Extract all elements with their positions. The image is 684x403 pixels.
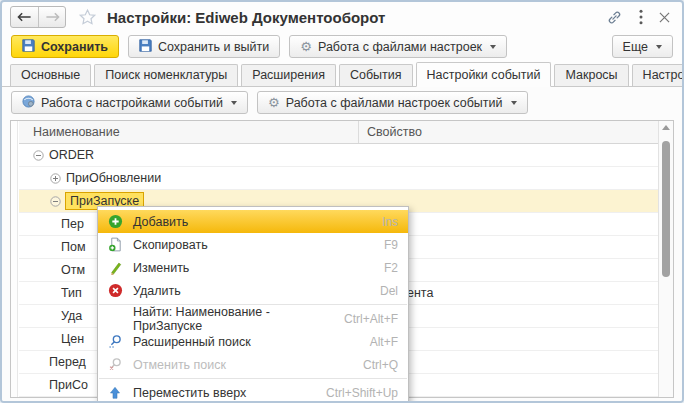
menu-item-find[interactable]: Найти: Наименование - ПриЗапуске Ctrl+Al…	[98, 307, 408, 330]
no-icon	[107, 311, 123, 327]
more-kebab-icon[interactable]	[639, 9, 643, 25]
table-gutter	[11, 121, 18, 397]
tab-strip: Основные Поиск номенклатуры Расширения С…	[2, 62, 682, 87]
event-settings-icon	[22, 95, 35, 111]
event-settings-files-menu-label: Работа с файлами настроек событий	[286, 96, 503, 110]
event-settings-menu-button[interactable]: Работа с настройками событий	[11, 91, 248, 114]
collapse-icon[interactable]	[33, 150, 44, 161]
tab-nastroyki-loga[interactable]: Настройки лога	[632, 64, 684, 86]
event-settings-menu-label: Работа с настройками событий	[41, 96, 223, 110]
event-settings-files-menu-button[interactable]: ⚙ Работа с файлами настроек событий	[257, 91, 527, 114]
row-label: Цен	[61, 332, 84, 346]
more-button-label: Еще	[623, 40, 648, 54]
settings-files-menu-button[interactable]: ⚙ Работа с файлами настроек	[289, 35, 507, 58]
chevron-down-icon	[511, 101, 517, 105]
property-value-fragment: ента	[407, 286, 433, 300]
menu-item-add[interactable]: Добавить Ins	[98, 210, 408, 233]
menu-separator	[99, 378, 407, 379]
tab-makrosy[interactable]: Макросы	[554, 64, 628, 86]
link-icon[interactable]	[606, 9, 623, 26]
advanced-search-icon	[107, 334, 123, 350]
tab-rasshireniya[interactable]: Расширения	[241, 64, 336, 86]
close-icon[interactable]	[659, 12, 670, 23]
back-icon	[17, 8, 32, 26]
chevron-down-icon	[231, 101, 237, 105]
delete-icon	[107, 283, 123, 299]
save-and-exit-label: Сохранить и выйти	[158, 40, 269, 54]
tab-nastroyki-sobytiy[interactable]: Настройки событий	[416, 62, 552, 87]
copy-icon	[107, 237, 123, 253]
column-header-name[interactable]: Наименование	[19, 125, 358, 139]
more-button[interactable]: Еще	[612, 35, 673, 58]
settings-window: Настройки: Ediweb Документооборот С	[0, 0, 684, 403]
tab-sobytiya[interactable]: События	[339, 64, 413, 86]
settings-files-menu-label: Работа с файлами настроек	[318, 40, 482, 54]
row-label: Уда	[61, 309, 82, 323]
favorite-star-icon[interactable]	[78, 8, 97, 27]
gear-file-icon: ⚙	[268, 96, 280, 109]
edit-pencil-icon	[107, 260, 123, 276]
event-toolbar: Работа с настройками событий ⚙ Работа с …	[11, 91, 528, 114]
menu-item-move-up[interactable]: Переместить вверх Ctrl+Shift+Up	[98, 381, 408, 403]
table-row[interactable]: ORDER	[19, 144, 658, 167]
cancel-search-icon	[107, 357, 123, 373]
column-header-property[interactable]: Свойство	[358, 121, 658, 143]
chevron-down-icon	[656, 45, 662, 49]
save-button[interactable]: Сохранить	[11, 35, 119, 58]
main-toolbar: Сохранить Сохранить и выйти ⚙ Работа с ф…	[2, 33, 682, 60]
title-bar-actions	[606, 9, 670, 26]
row-label: Тип	[61, 286, 82, 300]
menu-item-copy[interactable]: Скопировать F9	[98, 233, 408, 256]
table-row[interactable]: ПриОбновлении	[19, 167, 658, 190]
tab-osnovnye[interactable]: Основные	[10, 64, 91, 86]
scrollbar-thumb[interactable]	[662, 141, 670, 277]
tab-poisk-nomenklatury[interactable]: Поиск номенклатуры	[94, 64, 238, 86]
back-button[interactable]	[11, 7, 38, 27]
chevron-down-icon	[490, 45, 496, 49]
row-label: ПриСо	[49, 378, 88, 392]
menu-item-cancel-search: Отменить поиск Ctrl+Q	[98, 353, 408, 376]
row-label: Пер	[61, 217, 84, 231]
expand-icon[interactable]	[50, 173, 61, 184]
nav-history-group	[10, 6, 66, 28]
floppy-icon	[139, 39, 152, 55]
collapse-icon[interactable]	[50, 196, 61, 207]
menu-item-advanced-search[interactable]: Расширенный поиск Alt+F	[98, 330, 408, 353]
forward-button[interactable]	[38, 7, 65, 27]
menu-item-delete[interactable]: Удалить Del	[98, 279, 408, 302]
forward-icon	[45, 8, 60, 26]
floppy-icon	[22, 39, 35, 55]
gear-file-icon: ⚙	[300, 40, 312, 53]
title-bar: Настройки: Ediweb Документооборот	[2, 2, 682, 32]
row-label: Пом	[61, 240, 86, 254]
row-label: Перед	[49, 355, 86, 369]
scroll-up-arrow-icon[interactable]	[659, 125, 673, 130]
vertical-scrollbar[interactable]	[658, 121, 673, 397]
add-icon	[107, 214, 123, 230]
table-header: Наименование Свойство	[19, 121, 658, 144]
row-label: ORDER	[49, 148, 94, 162]
save-button-label: Сохранить	[41, 40, 108, 54]
page-title: Настройки: Ediweb Документооборот	[107, 9, 385, 26]
row-label: Отм	[61, 263, 85, 277]
context-menu: Добавить Ins Скопировать F9 Изменить F2 …	[97, 206, 409, 403]
move-up-icon	[107, 385, 123, 401]
save-and-exit-button[interactable]: Сохранить и выйти	[128, 35, 280, 58]
menu-item-edit[interactable]: Изменить F2	[98, 256, 408, 279]
row-label: ПриОбновлении	[66, 171, 161, 185]
